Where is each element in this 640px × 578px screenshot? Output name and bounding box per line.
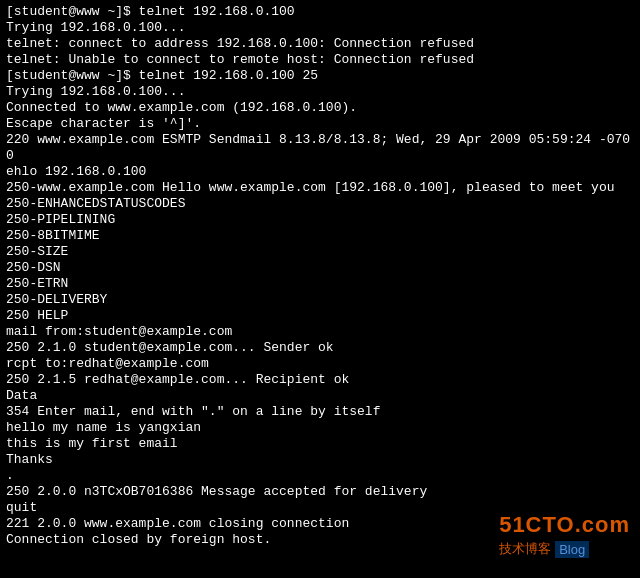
terminal-line: 250 2.0.0 n3TCxOB7016386 Message accepte… bbox=[6, 484, 634, 500]
terminal-line: 250 HELP bbox=[6, 308, 634, 324]
terminal-line: mail from:student@example.com bbox=[6, 324, 634, 340]
terminal-line: Trying 192.168.0.100... bbox=[6, 20, 634, 36]
terminal-line: 250 2.1.0 student@example.com... Sender … bbox=[6, 340, 634, 356]
terminal-line: 250-PIPELINING bbox=[6, 212, 634, 228]
terminal-line: telnet: Unable to connect to remote host… bbox=[6, 52, 634, 68]
terminal-line: Connected to www.example.com (192.168.0.… bbox=[6, 100, 634, 116]
terminal-line: 220 www.example.com ESMTP Sendmail 8.13.… bbox=[6, 132, 634, 148]
terminal-line: hello my name is yangxian bbox=[6, 420, 634, 436]
watermark: 51CTO.com 技术博客 Blog bbox=[499, 512, 630, 558]
terminal-line: ehlo 192.168.0.100 bbox=[6, 164, 634, 180]
terminal-line: rcpt to:redhat@example.com bbox=[6, 356, 634, 372]
terminal-line: Escape character is '^]'. bbox=[6, 116, 634, 132]
watermark-label2: Blog bbox=[555, 541, 589, 558]
terminal-line: 354 Enter mail, end with "." on a line b… bbox=[6, 404, 634, 420]
watermark-site: 51CTO.com bbox=[499, 512, 630, 538]
terminal-line: 250-SIZE bbox=[6, 244, 634, 260]
terminal-line: 250-8BITMIME bbox=[6, 228, 634, 244]
terminal-window: [student@www ~]$ telnet 192.168.0.100Try… bbox=[0, 0, 640, 578]
terminal-line: Trying 192.168.0.100... bbox=[6, 84, 634, 100]
terminal-line: 0 bbox=[6, 148, 634, 164]
terminal-line: Data bbox=[6, 388, 634, 404]
terminal-line: 250 2.1.5 redhat@example.com... Recipien… bbox=[6, 372, 634, 388]
terminal-line: 250-www.example.com Hello www.example.co… bbox=[6, 180, 634, 196]
watermark-label1: 技术博客 bbox=[499, 540, 551, 558]
terminal-line: this is my first email bbox=[6, 436, 634, 452]
terminal-line: . bbox=[6, 468, 634, 484]
terminal-line: [student@www ~]$ telnet 192.168.0.100 25 bbox=[6, 68, 634, 84]
terminal-line: 250-DELIVERBY bbox=[6, 292, 634, 308]
terminal-line: telnet: connect to address 192.168.0.100… bbox=[6, 36, 634, 52]
terminal-line: Thanks bbox=[6, 452, 634, 468]
terminal-line: 250-ETRN bbox=[6, 276, 634, 292]
terminal-line: 250-ENHANCEDSTATUSCODES bbox=[6, 196, 634, 212]
terminal-line: [student@www ~]$ telnet 192.168.0.100 bbox=[6, 4, 634, 20]
terminal-line: 250-DSN bbox=[6, 260, 634, 276]
terminal-output: [student@www ~]$ telnet 192.168.0.100Try… bbox=[6, 4, 634, 548]
